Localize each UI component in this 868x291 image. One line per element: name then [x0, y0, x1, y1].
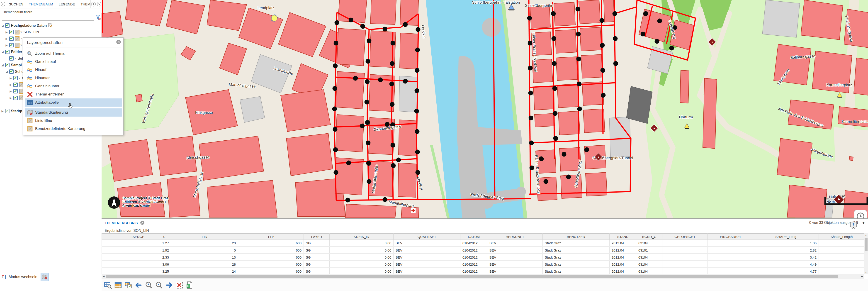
layer-checkbox[interactable]	[9, 56, 13, 61]
expander-closed-icon[interactable]: ▶	[5, 31, 8, 34]
expander-closed-icon[interactable]: ▶	[9, 83, 12, 86]
tree-item-stadtp[interactable]: ▶Stadtp	[1, 108, 22, 114]
chevron-down-icon[interactable]: ˅	[21, 30, 22, 34]
table-row[interactable]: 3.2524600SG0.00BEV01042012BEVStadt Graz2…	[102, 268, 864, 274]
expander-closed-icon[interactable]: ▶	[5, 37, 8, 40]
column-header-kreis_id[interactable]: KREIS_ID	[330, 234, 394, 240]
previous-icon[interactable]	[135, 281, 142, 289]
excel-export-icon[interactable]	[186, 281, 193, 289]
column-header-shape_length[interactable]: Shape_Length	[819, 234, 864, 240]
collapse-panel-icon[interactable]: ▼	[862, 221, 865, 225]
history-clock-button[interactable]	[854, 210, 867, 219]
menu-item-thema-entfernen[interactable]: Thema entfernen	[25, 90, 122, 98]
expander-open-icon[interactable]: ◢	[5, 70, 8, 73]
menu-item-ganz-hinauf[interactable]: Ganz hinauf	[25, 58, 122, 66]
column-header-stand[interactable]: STAND	[610, 234, 636, 240]
column-header-datum[interactable]: DATUM	[460, 234, 487, 240]
tab-themenergebnis[interactable]: THEMENERGEBNIS	[78, 0, 90, 8]
column-header-geloescht[interactable]: GELOESCHT	[662, 234, 708, 240]
table-row[interactable]: 1.925600SG0.00BEV01042012BEVStadt Graz20…	[102, 247, 864, 254]
expander-closed-icon[interactable]: ▶	[1, 110, 4, 113]
tree-item-editier[interactable]: ◢Editier	[1, 49, 22, 55]
tabs-scroll-left-icon[interactable]	[0, 0, 6, 8]
clear-selection-icon[interactable]	[176, 281, 183, 289]
close-icon[interactable]	[116, 39, 121, 45]
filter-input[interactable]	[2, 14, 94, 21]
menu-item-hinunter[interactable]: Hinunter	[25, 74, 122, 82]
layer-thumbnail-icon[interactable]	[15, 36, 20, 41]
zoom-previous-icon[interactable]	[145, 281, 153, 289]
tree-item-row2[interactable]: ▶˅	[5, 35, 24, 42]
layer-checkbox[interactable]	[9, 36, 13, 41]
attribute-table-icon[interactable]	[114, 281, 122, 289]
layer-thumbnail-icon[interactable]	[15, 30, 20, 34]
menu-item-zoom-auf-thema[interactable]: Zoom auf Thema	[25, 50, 122, 58]
results-close-icon[interactable]	[140, 221, 145, 225]
tree-item-hochgeladene-daten[interactable]: ◢Hochgeladene Daten	[1, 22, 53, 29]
zoom-next-icon[interactable]	[155, 281, 163, 289]
layer-checkbox[interactable]	[9, 30, 13, 34]
layer-checkbox[interactable]	[13, 76, 18, 80]
vertical-scrollbar[interactable]: ▲ ▼	[864, 233, 868, 274]
tree-item-row3[interactable]: ▶˅	[5, 42, 24, 49]
tree-item-sampl[interactable]: ◢Sampl	[1, 62, 22, 68]
horizontal-scrollbar[interactable]: ◀ ▶	[101, 274, 864, 279]
column-header-qualitaet[interactable]: QUALITAET	[394, 234, 460, 240]
expander-open-icon[interactable]: ◢	[1, 63, 4, 67]
menu-item-linie-blau[interactable]: Linie Blau	[25, 117, 122, 125]
column-header-laenge[interactable]: LAENGE▲	[104, 234, 171, 240]
tab-legende[interactable]: LEGENDE	[56, 0, 78, 8]
hscroll-thumb[interactable]	[106, 275, 838, 278]
tab-themenergebnis[interactable]: THEMENERGEBNIS	[105, 221, 138, 225]
column-header-layer[interactable]: LAYER	[304, 234, 330, 240]
column-header-herkunft[interactable]: HERKUNFT	[487, 234, 543, 240]
layer-checkbox[interactable]	[9, 43, 13, 48]
vscroll-thumb[interactable]	[865, 238, 868, 251]
layer-checkbox[interactable]	[5, 109, 9, 113]
filter-clear-icon[interactable]	[95, 14, 101, 21]
standard-map-toggle[interactable]	[40, 273, 49, 281]
table-row[interactable]: 3.0628600SG0.00BEV01042012BEVStadt Graz2…	[102, 261, 864, 268]
chevron-down-icon[interactable]: ˅	[14, 57, 16, 60]
layer-checkbox[interactable]	[5, 50, 9, 54]
column-header-kgnr_c[interactable]: KGNR_C	[636, 234, 662, 240]
column-header-fid[interactable]: FID	[171, 234, 238, 240]
chevron-down-icon[interactable]: ˅	[19, 77, 21, 80]
column-header-eingearbei[interactable]: EINGEARBEI	[708, 234, 753, 240]
table-search-icon[interactable]	[104, 281, 112, 289]
tabs-menu-icon[interactable]	[96, 0, 101, 8]
expander-open-icon[interactable]: ◢	[1, 50, 4, 54]
table-map-icon[interactable]	[124, 281, 132, 289]
layer-thumbnail-icon[interactable]	[15, 43, 20, 48]
edit-layer-icon[interactable]	[48, 23, 53, 28]
expander-closed-icon[interactable]: ▶	[5, 44, 8, 47]
tree-item-sehe[interactable]: ◢Sehe	[5, 68, 23, 75]
table-row[interactable]: 1.2729600SG0.00BEV01042012BEVStadt Graz2…	[102, 240, 864, 247]
chevron-down-icon[interactable]: ˅	[21, 43, 22, 47]
expander-closed-icon[interactable]: ▶	[9, 77, 12, 80]
layer-checkbox[interactable]	[13, 96, 18, 100]
attribute-table[interactable]: LAENGE▲FIDTYPLAYERKREIS_IDQUALITAETDATUM…	[101, 233, 864, 274]
expander-closed-icon[interactable]: ▶	[9, 90, 12, 93]
layer-checkbox[interactable]	[5, 63, 9, 67]
layer-checkbox[interactable]	[5, 23, 9, 28]
column-header-shape_leng[interactable]: SHAPE_Leng	[753, 234, 819, 240]
layer-checkbox[interactable]	[9, 69, 13, 74]
tree-item-son_lin[interactable]: ▶˅SON_LIN	[5, 29, 39, 35]
expander-closed-icon[interactable]: ▶	[9, 96, 12, 99]
tree-item-seh[interactable]: ˅Seh	[5, 55, 24, 62]
table-row[interactable]: 2.3313600SG0.00BEV01042012BEVStadt Graz2…	[102, 254, 864, 261]
column-header-typ[interactable]: TYP	[238, 234, 304, 240]
tree-item-a[interactable]: ▶˅A	[9, 75, 24, 81]
map-viewport[interactable]: LendplatzJosefigasseKinkgasseMarschallga…	[101, 0, 868, 219]
mode-switch-bar[interactable]: Modus wechseln	[0, 272, 101, 282]
layer-checkbox[interactable]	[13, 83, 18, 87]
next-icon[interactable]	[165, 281, 173, 289]
menu-item-hinauf[interactable]: Hinauf	[25, 66, 122, 74]
menu-item-benutzerdefinierte-kartierung[interactable]: Benutzerdefinierte Kartierung	[25, 125, 122, 133]
menu-item-ganz-hinunter[interactable]: Ganz hinunter	[25, 82, 122, 90]
tab-themenbaum[interactable]: THEMENBAUM	[26, 0, 56, 8]
tab-suchen[interactable]: SUCHEN	[6, 0, 26, 8]
layer-checkbox[interactable]	[13, 89, 18, 93]
expander-open-icon[interactable]: ◢	[1, 24, 4, 27]
